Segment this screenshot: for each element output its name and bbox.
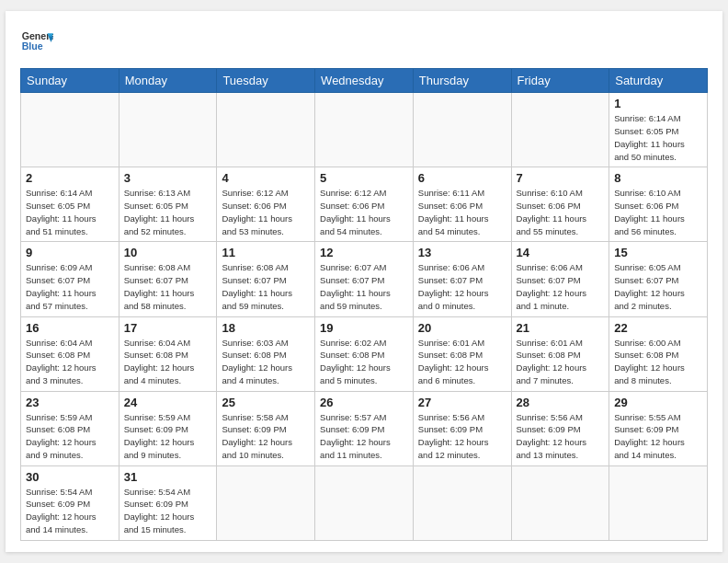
- calendar-cell: 20Sunrise: 6:01 AM Sunset: 6:08 PM Dayli…: [413, 316, 511, 391]
- day-number: 2: [26, 171, 114, 185]
- day-number: 27: [418, 396, 506, 409]
- day-info: Sunrise: 5:54 AM Sunset: 6:09 PM Dayligh…: [26, 486, 114, 536]
- calendar-cell: [413, 93, 511, 167]
- week-row-5: 30Sunrise: 5:54 AM Sunset: 6:09 PM Dayli…: [21, 465, 708, 540]
- calendar-cell: 27Sunrise: 5:56 AM Sunset: 6:09 PM Dayli…: [413, 391, 511, 465]
- day-number: 3: [124, 171, 212, 185]
- day-info: Sunrise: 5:56 AM Sunset: 6:09 PM Dayligh…: [517, 411, 605, 462]
- day-number: 19: [320, 321, 408, 335]
- day-info: Sunrise: 5:55 AM Sunset: 6:09 PM Dayligh…: [614, 411, 702, 462]
- logo: General Blue: [20, 26, 53, 59]
- day-info: Sunrise: 5:59 AM Sunset: 6:09 PM Dayligh…: [124, 411, 212, 462]
- calendar-cell: [21, 93, 119, 167]
- day-info: Sunrise: 5:59 AM Sunset: 6:08 PM Dayligh…: [26, 411, 114, 462]
- calendar-cell: 6Sunrise: 6:11 AM Sunset: 6:06 PM Daylig…: [413, 167, 511, 242]
- day-info: Sunrise: 6:01 AM Sunset: 6:08 PM Dayligh…: [418, 337, 506, 387]
- day-number: 28: [517, 396, 605, 409]
- day-info: Sunrise: 5:56 AM Sunset: 6:09 PM Dayligh…: [418, 411, 506, 462]
- week-row-2: 9Sunrise: 6:09 AM Sunset: 6:07 PM Daylig…: [21, 242, 708, 316]
- weekday-sunday: Sunday: [21, 69, 119, 93]
- calendar-cell: 9Sunrise: 6:09 AM Sunset: 6:07 PM Daylig…: [21, 242, 119, 316]
- generalblue-logo-icon: General Blue: [20, 26, 53, 59]
- day-info: Sunrise: 6:12 AM Sunset: 6:06 PM Dayligh…: [222, 187, 310, 237]
- calendar-table: SundayMondayTuesdayWednesdayThursdayFrid…: [20, 68, 708, 540]
- calendar-cell: 19Sunrise: 6:02 AM Sunset: 6:08 PM Dayli…: [315, 316, 414, 391]
- weekday-header-row: SundayMondayTuesdayWednesdayThursdayFrid…: [21, 69, 708, 93]
- calendar-cell: 23Sunrise: 5:59 AM Sunset: 6:08 PM Dayli…: [21, 391, 119, 465]
- calendar-cell: [315, 465, 414, 540]
- calendar-cell: 21Sunrise: 6:01 AM Sunset: 6:08 PM Dayli…: [511, 316, 609, 391]
- day-info: Sunrise: 5:54 AM Sunset: 6:09 PM Dayligh…: [124, 486, 212, 536]
- weekday-saturday: Saturday: [609, 69, 708, 93]
- day-number: 8: [614, 171, 702, 185]
- day-number: 12: [320, 246, 408, 259]
- calendar-cell: 31Sunrise: 5:54 AM Sunset: 6:09 PM Dayli…: [119, 465, 217, 540]
- calendar-cell: 17Sunrise: 6:04 AM Sunset: 6:08 PM Dayli…: [119, 316, 217, 391]
- calendar-cell: [315, 93, 414, 167]
- week-row-1: 2Sunrise: 6:14 AM Sunset: 6:05 PM Daylig…: [21, 167, 708, 242]
- week-row-0: 1Sunrise: 6:14 AM Sunset: 6:05 PM Daylig…: [21, 93, 708, 167]
- day-info: Sunrise: 6:04 AM Sunset: 6:08 PM Dayligh…: [26, 337, 114, 387]
- calendar-cell: 15Sunrise: 6:05 AM Sunset: 6:07 PM Dayli…: [609, 242, 708, 316]
- day-number: 10: [124, 246, 212, 259]
- weekday-thursday: Thursday: [413, 69, 511, 93]
- calendar-cell: 24Sunrise: 5:59 AM Sunset: 6:09 PM Dayli…: [119, 391, 217, 465]
- day-info: Sunrise: 5:58 AM Sunset: 6:09 PM Dayligh…: [222, 411, 310, 462]
- weekday-tuesday: Tuesday: [217, 69, 315, 93]
- week-row-3: 16Sunrise: 6:04 AM Sunset: 6:08 PM Dayli…: [21, 316, 708, 391]
- day-info: Sunrise: 6:02 AM Sunset: 6:08 PM Dayligh…: [320, 337, 408, 387]
- day-number: 21: [517, 321, 605, 335]
- day-number: 4: [222, 171, 310, 185]
- calendar-cell: 14Sunrise: 6:06 AM Sunset: 6:07 PM Dayli…: [511, 242, 609, 316]
- calendar-cell: 29Sunrise: 5:55 AM Sunset: 6:09 PM Dayli…: [609, 391, 708, 465]
- day-number: 17: [124, 321, 212, 335]
- calendar-cell: 13Sunrise: 6:06 AM Sunset: 6:07 PM Dayli…: [413, 242, 511, 316]
- day-number: 29: [614, 396, 702, 409]
- calendar-cell: 7Sunrise: 6:10 AM Sunset: 6:06 PM Daylig…: [511, 167, 609, 242]
- day-number: 11: [222, 246, 310, 259]
- day-info: Sunrise: 6:03 AM Sunset: 6:08 PM Dayligh…: [222, 337, 310, 387]
- calendar-cell: 2Sunrise: 6:14 AM Sunset: 6:05 PM Daylig…: [21, 167, 119, 242]
- day-number: 25: [222, 396, 310, 409]
- calendar-cell: 12Sunrise: 6:07 AM Sunset: 6:07 PM Dayli…: [315, 242, 414, 316]
- calendar-cell: 3Sunrise: 6:13 AM Sunset: 6:05 PM Daylig…: [119, 167, 217, 242]
- day-number: 30: [26, 470, 114, 484]
- day-info: Sunrise: 6:12 AM Sunset: 6:06 PM Dayligh…: [320, 187, 408, 237]
- calendar-cell: [413, 465, 511, 540]
- header: General Blue: [20, 26, 708, 59]
- svg-text:Blue: Blue: [22, 40, 43, 52]
- calendar-cell: 30Sunrise: 5:54 AM Sunset: 6:09 PM Dayli…: [21, 465, 119, 540]
- day-info: Sunrise: 6:06 AM Sunset: 6:07 PM Dayligh…: [517, 261, 605, 312]
- calendar-cell: [511, 465, 609, 540]
- calendar-cell: [119, 93, 217, 167]
- calendar-cell: 25Sunrise: 5:58 AM Sunset: 6:09 PM Dayli…: [217, 391, 315, 465]
- calendar-container: General Blue SundayMondayTuesdayWednesda…: [6, 11, 722, 551]
- day-info: Sunrise: 6:05 AM Sunset: 6:07 PM Dayligh…: [614, 261, 702, 312]
- calendar-cell: 10Sunrise: 6:08 AM Sunset: 6:07 PM Dayli…: [119, 242, 217, 316]
- calendar-cell: 28Sunrise: 5:56 AM Sunset: 6:09 PM Dayli…: [511, 391, 609, 465]
- day-info: Sunrise: 6:04 AM Sunset: 6:08 PM Dayligh…: [124, 337, 212, 387]
- day-info: Sunrise: 6:00 AM Sunset: 6:08 PM Dayligh…: [614, 337, 702, 387]
- day-number: 1: [614, 97, 702, 110]
- day-info: Sunrise: 6:10 AM Sunset: 6:06 PM Dayligh…: [517, 187, 605, 237]
- day-info: Sunrise: 6:06 AM Sunset: 6:07 PM Dayligh…: [418, 261, 506, 312]
- week-row-4: 23Sunrise: 5:59 AM Sunset: 6:08 PM Dayli…: [21, 391, 708, 465]
- calendar-cell: 5Sunrise: 6:12 AM Sunset: 6:06 PM Daylig…: [315, 167, 414, 242]
- calendar-cell: 4Sunrise: 6:12 AM Sunset: 6:06 PM Daylig…: [217, 167, 315, 242]
- day-info: Sunrise: 6:14 AM Sunset: 6:05 PM Dayligh…: [26, 187, 114, 237]
- day-number: 31: [124, 470, 212, 484]
- calendar-cell: [511, 93, 609, 167]
- day-number: 16: [26, 321, 114, 335]
- weekday-wednesday: Wednesday: [315, 69, 414, 93]
- day-info: Sunrise: 6:09 AM Sunset: 6:07 PM Dayligh…: [26, 261, 114, 312]
- calendar-cell: 18Sunrise: 6:03 AM Sunset: 6:08 PM Dayli…: [217, 316, 315, 391]
- calendar-cell: 22Sunrise: 6:00 AM Sunset: 6:08 PM Dayli…: [609, 316, 708, 391]
- day-info: Sunrise: 6:08 AM Sunset: 6:07 PM Dayligh…: [222, 261, 310, 312]
- day-info: Sunrise: 6:14 AM Sunset: 6:05 PM Dayligh…: [614, 112, 702, 163]
- day-number: 24: [124, 396, 212, 409]
- day-info: Sunrise: 6:01 AM Sunset: 6:08 PM Dayligh…: [517, 337, 605, 387]
- calendar-cell: [609, 465, 708, 540]
- weekday-monday: Monday: [119, 69, 217, 93]
- calendar-cell: 1Sunrise: 6:14 AM Sunset: 6:05 PM Daylig…: [609, 93, 708, 167]
- day-number: 9: [26, 246, 114, 259]
